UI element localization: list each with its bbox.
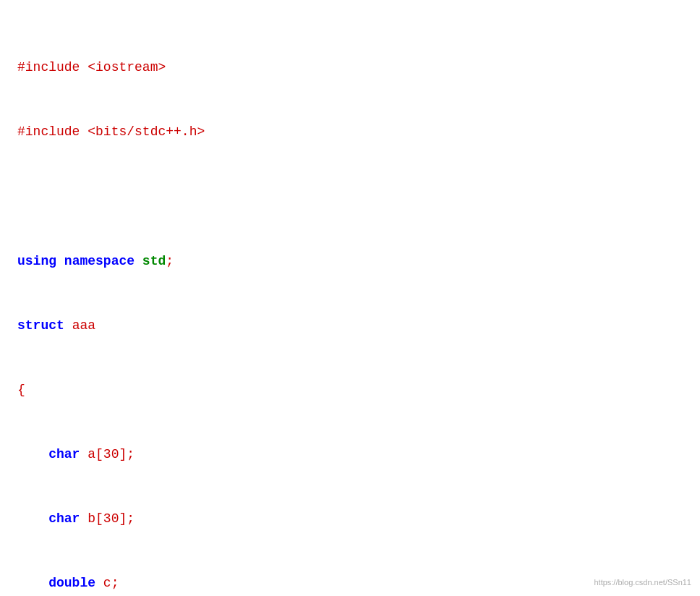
semi-4: ; [166, 254, 174, 268]
kw-char-1: char [48, 447, 80, 461]
code-block: #include <iostream> #include <bits/stdc+… [17, 14, 683, 596]
struct-name: aaa [72, 318, 95, 333]
kw-namespace: namespace [64, 254, 135, 268]
include-header-1: <iostream> [88, 60, 166, 74]
include-header-2: <bits/stdc++.h> [88, 124, 205, 139]
open-brace-1: { [17, 383, 25, 397]
line-3 [17, 187, 683, 208]
kw-struct: struct [17, 318, 64, 333]
var-c: c; [103, 576, 119, 590]
include-keyword-2: #include [17, 124, 80, 139]
kw-double: double [48, 576, 95, 590]
line-5: struct aaa [17, 315, 683, 337]
watermark: https://blog.csdn.net/SSn11 [594, 576, 691, 589]
kw-std: std [142, 254, 166, 268]
var-b: b[30]; [88, 511, 135, 526]
line-7: char a[30]; [17, 444, 683, 466]
line-8: char b[30]; [17, 508, 683, 530]
include-keyword-1: #include [17, 60, 80, 74]
kw-using: using [17, 254, 56, 268]
line-4: using namespace std; [17, 251, 683, 273]
line-9: double c; [17, 573, 683, 595]
kw-char-2: char [48, 511, 80, 526]
line-6: { [17, 380, 683, 401]
line-1: #include <iostream> [17, 57, 683, 79]
line-2: #include <bits/stdc++.h> [17, 122, 683, 143]
var-a: a[30]; [88, 447, 135, 461]
